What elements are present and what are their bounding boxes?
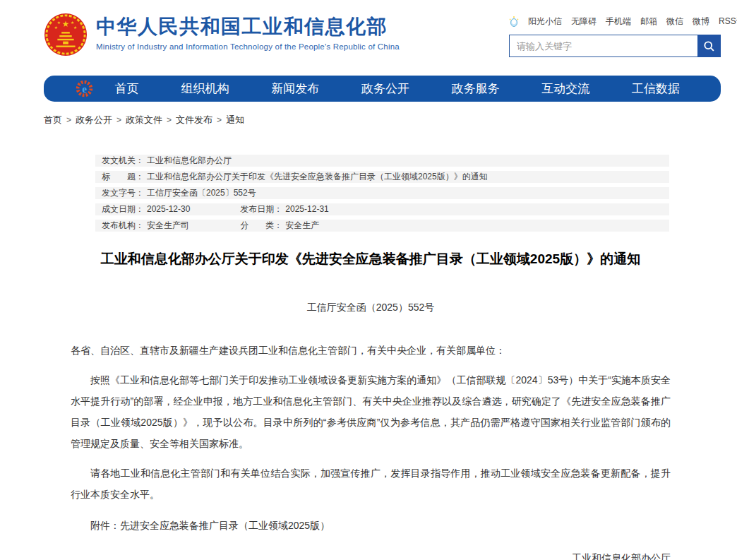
breadcrumb-separator: > [167,115,172,125]
meta-row-publisher: 发布机构：安全生产司 分 类：安全生产 [95,220,669,232]
nav-items: 首页 组织机构 新闻发布 政务公开 政务服务 互动交流 工信数据 [94,81,701,97]
doc-meta-table: 发文机关：工业和信息化部办公厅 标 题：工业和信息化部办公厅关于印发《先进安全应… [95,155,669,232]
document: 工业和信息化部办公厅关于印发《先进安全应急装备推广目录（工业领域2025版）》的… [71,251,671,560]
meta-label: 发布机构： [102,220,144,230]
breadcrumb-separator: > [217,115,222,125]
breadcrumb: 首页>政务公开>政策文件>文件发布>通知 [44,114,721,126]
svg-text:★: ★ [54,25,58,30]
site-brand: ★ ★ ★ ★ ★ 中华人民共和国工业和信息化部 Ministry of Ind… [44,13,400,56]
utility-link-sunshine[interactable]: 阳光小信 [528,16,562,28]
nav-item-miit-data[interactable]: 工信数据 [632,81,680,97]
nav-item-home[interactable]: 首页 [115,81,139,97]
svg-text:★: ★ [57,20,61,25]
search-button[interactable] [697,35,721,57]
nav-item-interaction[interactable]: 互动交流 [541,81,589,97]
utility-bar: 阳光小信 无障碍 手机端 邮箱 微信 微博 RSS订阅 [509,14,721,28]
miit-gear-logo-icon: e [75,79,94,98]
svg-text:★: ★ [62,19,69,28]
main-nav: e 首页 组织机构 新闻发布 政务公开 政务服务 互动交流 工信数据 [44,76,721,102]
meta-value: 工信厅安全函〔2025〕552号 [147,188,256,198]
search-bar [509,35,721,57]
meta-row-issuing-agency: 发文机关：工业和信息化部办公厅 [95,155,669,167]
signature-block: 工业和信息化部办公厅 2025年12月30日 [71,549,671,560]
doc-body: 各省、自治区、直辖市及新疆生产建设兵团工业和信息化主管部门，有关中央企业，有关部… [71,340,671,560]
meta-value: 安全生产司 [147,220,189,230]
site-subtitle: Ministry of Industry and Information Tec… [96,42,400,51]
breadcrumb-item-gov-disclosure[interactable]: 政务公开 [76,114,112,125]
signature-agency: 工业和信息化部办公厅 [71,549,671,560]
meta-value: 工业和信息化部办公厅关于印发《先进安全应急装备推广目录（工业领域2025版）》的… [147,172,488,181]
doc-paragraph-2: 请各地工业和信息化主管部门和有关单位结合实际，加强宣传推广，发挥目录指导作用，推… [71,463,671,505]
breadcrumb-item-policy-docs[interactable]: 政策文件 [126,114,162,125]
utility-link-weibo[interactable]: 微博 [693,16,709,28]
meta-label: 分 类： [240,220,282,230]
doc-salutation: 各省、自治区、直辖市及新疆生产建设兵团工业和信息化主管部门，有关中央企业，有关部… [71,340,671,361]
meta-row-doc-number: 发文字号：工信厅安全函〔2025〕552号 [95,187,669,199]
mascot-icon [509,16,519,28]
breadcrumb-separator: > [66,115,71,125]
meta-value: 2025-12-30 [147,204,190,214]
svg-text:e: e [82,83,87,95]
utility-link-mail[interactable]: 邮箱 [640,16,657,28]
utility-link-rss[interactable]: RSS订阅 [719,16,737,28]
search-input[interactable] [509,35,697,57]
nav-item-news[interactable]: 新闻发布 [271,81,319,97]
breadcrumb-separator: > [116,115,121,125]
nav-item-organization[interactable]: 组织机构 [181,81,229,97]
header-right: 阳光小信 无障碍 手机端 邮箱 微信 微博 RSS订阅 [509,13,721,57]
nav-item-gov-services[interactable]: 政务服务 [452,81,500,97]
search-icon [703,40,715,52]
page-shell: ★ ★ ★ ★ ★ 中华人民共和国工业和信息化部 Ministry of Ind… [44,0,721,560]
meta-value: 2025-12-31 [285,204,328,214]
meta-label: 成文日期： [102,204,144,214]
doc-title: 工业和信息化部办公厅关于印发《先进安全应急装备推广目录（工业领域2025版）》的… [71,251,671,268]
site-title-block: 中华人民共和国工业和信息化部 Ministry of Industry and … [96,13,400,51]
svg-text:★: ★ [73,25,77,30]
meta-label: 发文机关： [102,155,144,165]
utility-link-accessibility[interactable]: 无障碍 [571,16,597,28]
national-emblem-icon: ★ ★ ★ ★ ★ [44,13,88,56]
meta-value: 工业和信息化部办公厅 [147,155,232,165]
meta-label: 发文字号： [102,188,144,198]
nav-item-gov-disclosure[interactable]: 政务公开 [361,81,409,97]
svg-text:★: ★ [71,20,74,25]
attachment-link[interactable]: 附件：先进安全应急装备推广目录（工业领域2025版） [71,515,671,536]
utility-link-wechat[interactable]: 微信 [666,16,683,28]
breadcrumb-item-doc-release[interactable]: 文件发布 [176,114,212,125]
meta-row-title: 标 题：工业和信息化部办公厅关于印发《先进安全应急装备推广目录（工业领域2025… [95,171,669,183]
breadcrumb-item-home[interactable]: 首页 [44,114,62,125]
utility-link-mobile[interactable]: 手机端 [606,16,631,28]
meta-value: 安全生产 [285,220,319,230]
doc-paragraph-1: 按照《工业和信息化部等七部门关于印发推动工业领域设备更新实施方案的通知》（工信部… [71,369,671,454]
site-title: 中华人民共和国工业和信息化部 [96,13,400,41]
meta-row-dates: 成文日期：2025-12-30 发布日期：2025-12-31 [95,203,669,215]
doc-number: 工信厅安全函（2025）552号 [71,302,671,314]
breadcrumb-item-notice[interactable]: 通知 [226,114,244,125]
site-header: ★ ★ ★ ★ ★ 中华人民共和国工业和信息化部 Ministry of Ind… [44,0,721,71]
meta-label: 发布日期： [240,204,282,214]
meta-label: 标 题： [102,172,144,181]
